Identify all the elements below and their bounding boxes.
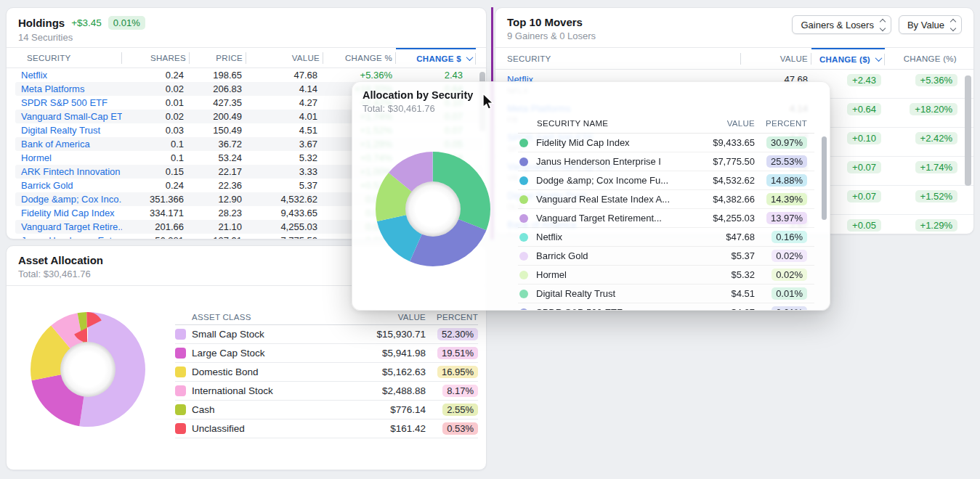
holdings-table-header: SECURITY SHARES PRICE VALUE CHANGE % CHA… xyxy=(7,48,486,68)
popup-table-body: Fidelity Mid Cap Index$9,433.6530.97%Jan… xyxy=(518,134,814,311)
mouse-cursor xyxy=(481,93,495,110)
change-percent-cell: +5.36% xyxy=(885,74,960,86)
security-name-label: Digital Realty Trust xyxy=(536,288,682,299)
sort-by-select-value: By Value xyxy=(907,20,944,30)
security-link[interactable]: Vanguard Target Retire... xyxy=(15,221,122,232)
legend-dot xyxy=(519,271,528,279)
asset-class-label: Unclassified xyxy=(192,423,342,434)
security-name-label: Dodge &amp; Cox Income Fu... xyxy=(536,175,682,186)
price-cell: 53.24 xyxy=(190,152,246,163)
change-percent-badge: +1.74% xyxy=(915,161,957,173)
column-header-value[interactable]: VALUE xyxy=(246,48,323,67)
movers-header: Top 10 Movers 9 Gainers & 0 Losers Gaine… xyxy=(495,8,973,48)
security-name-label: Vanguard Target Retirement... xyxy=(536,213,682,224)
legend-dot xyxy=(519,139,528,147)
asset-class-row: Small Cap Stock$15,930.7152.30% xyxy=(175,325,478,344)
gainers-losers-select[interactable]: Gainers & Losers xyxy=(792,15,891,34)
column-header-change-pct[interactable]: CHANGE (%) xyxy=(885,48,960,69)
asset-table-body: Small Cap Stock$15,930.7152.30%Large Cap… xyxy=(175,325,478,438)
value-cell: 4.01 xyxy=(246,111,323,122)
shares-cell: 0.02 xyxy=(122,83,190,94)
security-link[interactable]: Hormel xyxy=(15,152,122,163)
legend-dot xyxy=(519,290,528,298)
security-link[interactable]: Digital Realty Trust xyxy=(15,125,122,136)
price-cell: 198.65 xyxy=(190,70,246,81)
column-header-security[interactable]: SECURITY xyxy=(21,48,122,67)
value-cell: 4,255.03 xyxy=(246,221,323,232)
column-header-change-usd[interactable]: CHANGE ($) xyxy=(811,48,885,69)
sort-chevron-down-icon xyxy=(875,54,883,62)
column-header-price[interactable]: PRICE xyxy=(190,48,246,67)
percent-cell: 0.01% xyxy=(755,306,814,311)
value-cell: 7,775.50 xyxy=(246,235,323,239)
value-cell: $15,930.71 xyxy=(342,329,426,340)
percent-badge: 14.88% xyxy=(766,174,807,187)
security-link[interactable]: Fidelity Mid Cap Index xyxy=(15,208,122,218)
column-header-security[interactable]: SECURITY xyxy=(507,48,741,69)
value-cell: $4.27 xyxy=(682,307,755,311)
donut-hole-shadow xyxy=(405,181,461,237)
percent-cell: 0.16% xyxy=(755,231,814,243)
column-header-change-usd[interactable]: CHANGE $ xyxy=(396,48,476,67)
price-cell: 150.49 xyxy=(190,125,246,136)
column-header-change-usd-label: CHANGE ($) xyxy=(819,55,870,64)
column-header-percent: PERCENT xyxy=(426,313,478,322)
column-header-asset-class: ASSET CLASS xyxy=(175,313,342,322)
shares-cell: 56.381 xyxy=(122,235,190,239)
value-cell: $2,488.88 xyxy=(342,385,426,396)
percent-badge: 0.16% xyxy=(772,231,807,243)
select-updown-chevrons-icon xyxy=(880,20,885,30)
asset-allocation-donut-chart[interactable] xyxy=(15,297,161,442)
security-allocation-row: Janus Henderson Enterprise I$7,775.5025.… xyxy=(518,152,814,171)
percent-badge: 30.97% xyxy=(766,136,807,149)
security-link[interactable]: SPDR S&P 500 ETF xyxy=(15,97,122,108)
asset-class-row: Unclassified$161.420.53% xyxy=(175,419,478,438)
change-percent-badge: +5.36% xyxy=(915,74,957,86)
security-link[interactable]: Meta Platforms xyxy=(15,83,122,94)
shares-cell: 334.171 xyxy=(122,208,190,218)
percent-badge: 0.01% xyxy=(772,287,807,300)
price-cell: 28.23 xyxy=(190,208,246,218)
security-link[interactable]: Dodge &amp; Cox Inco... xyxy=(15,194,122,205)
shares-cell: 0.03 xyxy=(122,125,190,136)
change-dollar-badge: +0.07 xyxy=(847,190,881,202)
price-cell: 22.17 xyxy=(190,166,246,177)
change-percent-cell: +5.36% xyxy=(323,70,396,81)
price-cell: 200.49 xyxy=(190,111,246,122)
security-name-label: Netflix xyxy=(536,232,682,242)
asset-class-label: Domestic Bond xyxy=(192,367,342,377)
security-name-label: Vanguard Real Estate Index A... xyxy=(536,194,682,205)
sort-by-select[interactable]: By Value xyxy=(899,15,962,34)
percent-badge: 2.55% xyxy=(442,404,478,416)
security-link[interactable]: Barrick Gold xyxy=(15,180,122,191)
security-link[interactable]: ARK Fintech Innovation xyxy=(15,166,122,177)
change-percent-cell: +1.74% xyxy=(885,161,960,173)
percent-badge: 13.97% xyxy=(766,212,807,224)
column-header-value: VALUE xyxy=(682,119,755,128)
movers-scrollbar-thumb[interactable] xyxy=(965,75,971,186)
security-link[interactable]: Netflix xyxy=(15,70,122,81)
security-link[interactable]: Vanguard Small-Cap ETF xyxy=(15,111,122,122)
popup-security-table: SECURITY NAME VALUE PERCENT Fidelity Mid… xyxy=(518,114,814,311)
column-header-change-pct[interactable]: CHANGE % xyxy=(323,48,396,67)
popup-scrollbar-thumb[interactable] xyxy=(822,136,827,220)
price-cell: 12.90 xyxy=(190,194,246,205)
movers-table-header: SECURITY VALUE CHANGE ($) CHANGE (%) xyxy=(495,48,973,70)
movers-title: Top 10 Movers xyxy=(507,16,583,28)
security-link[interactable]: Janus Henderson Ente... xyxy=(15,235,122,239)
change-dollar-badge: +0.07 xyxy=(847,161,881,173)
legend-dot xyxy=(519,195,528,204)
allocation-by-security-donut-chart[interactable] xyxy=(360,134,506,279)
shares-cell: 0.24 xyxy=(122,180,190,191)
asset-allocation-table: ASSET CLASS VALUE PERCENT Small Cap Stoc… xyxy=(175,310,478,438)
change-percent-badge: +2.42% xyxy=(915,132,957,144)
value-cell: $776.14 xyxy=(342,404,426,415)
value-cell: 5.37 xyxy=(246,180,323,191)
security-allocation-row: Fidelity Mid Cap Index$9,433.6530.97% xyxy=(518,134,814,152)
column-header-value[interactable]: VALUE xyxy=(741,48,811,69)
value-cell: $47.68 xyxy=(682,232,755,242)
column-header-shares[interactable]: SHARES xyxy=(122,48,190,67)
percent-cell: 2.55% xyxy=(426,404,478,416)
security-link[interactable]: Bank of America xyxy=(15,139,122,150)
value-cell: 47.68 xyxy=(246,70,323,81)
